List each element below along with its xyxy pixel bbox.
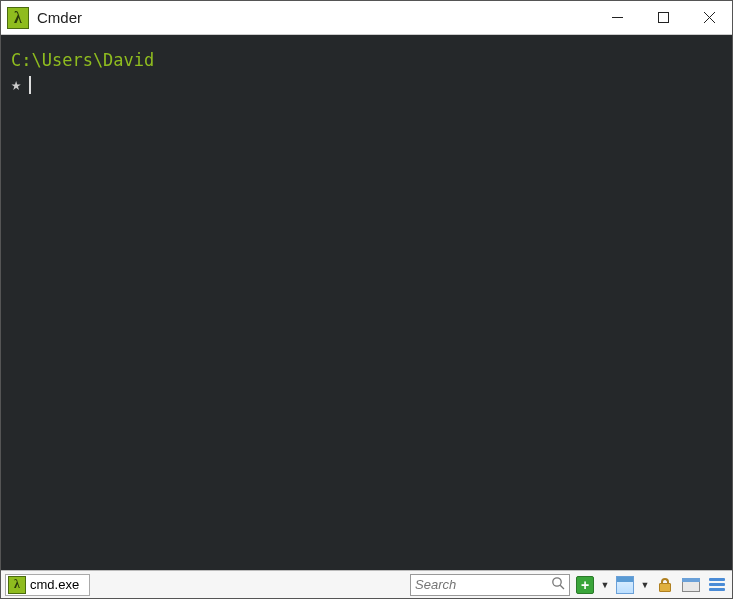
lambda-icon: λ bbox=[14, 577, 20, 592]
text-cursor bbox=[29, 76, 31, 94]
console-icon bbox=[616, 576, 634, 594]
minimize-icon bbox=[612, 12, 623, 23]
svg-line-5 bbox=[560, 585, 564, 589]
window-title: Cmder bbox=[37, 9, 82, 26]
lock-icon bbox=[658, 578, 672, 592]
menu-button[interactable] bbox=[706, 574, 728, 596]
active-console-dropdown[interactable]: ▼ bbox=[640, 580, 650, 590]
lambda-icon: λ bbox=[14, 9, 22, 27]
search-icon[interactable] bbox=[551, 576, 565, 593]
app-window: λ Cmder C:\Users\David ★ λ cmd.exe bbox=[0, 0, 733, 599]
search-input[interactable] bbox=[415, 577, 551, 592]
close-icon bbox=[704, 12, 715, 23]
minimize-button[interactable] bbox=[594, 1, 640, 35]
svg-point-4 bbox=[553, 578, 561, 586]
window-manager-button[interactable] bbox=[680, 574, 702, 596]
svg-rect-1 bbox=[658, 13, 668, 23]
window-icon bbox=[682, 578, 700, 592]
new-console-button[interactable]: + bbox=[574, 574, 596, 596]
maximize-icon bbox=[658, 12, 669, 23]
hamburger-icon bbox=[709, 578, 725, 591]
maximize-button[interactable] bbox=[640, 1, 686, 35]
close-button[interactable] bbox=[686, 1, 732, 35]
prompt-line: ★ bbox=[11, 73, 722, 97]
plus-icon: + bbox=[576, 576, 594, 594]
console-tab[interactable]: λ cmd.exe bbox=[5, 574, 90, 596]
statusbar: λ cmd.exe + ▼ ▼ bbox=[1, 570, 732, 598]
search-box[interactable] bbox=[410, 574, 570, 596]
active-console-button[interactable] bbox=[614, 574, 636, 596]
new-console-dropdown[interactable]: ▼ bbox=[600, 580, 610, 590]
prompt-symbol: ★ bbox=[11, 73, 21, 97]
tab-icon: λ bbox=[8, 576, 26, 594]
lock-button[interactable] bbox=[654, 574, 676, 596]
cwd-text: C:\Users\David bbox=[11, 49, 722, 73]
titlebar[interactable]: λ Cmder bbox=[1, 1, 732, 35]
app-icon: λ bbox=[7, 7, 29, 29]
terminal-area[interactable]: C:\Users\David ★ bbox=[1, 35, 732, 570]
tab-label: cmd.exe bbox=[30, 577, 79, 592]
